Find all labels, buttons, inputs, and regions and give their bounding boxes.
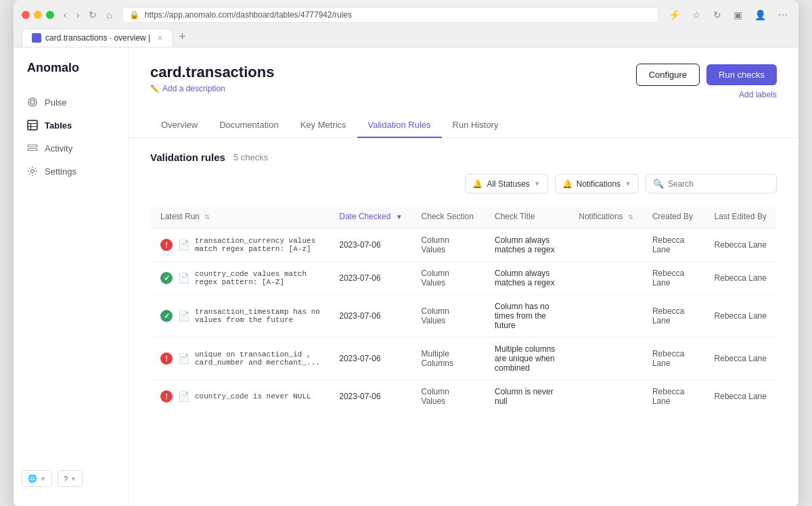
browser-tab[interactable]: card.transactions · overview | ✕	[22, 28, 173, 47]
traffic-light-yellow[interactable]	[34, 11, 42, 19]
notifications-filter-arrow: ▼	[625, 180, 631, 187]
col-notifications[interactable]: Notifications ⇅	[569, 205, 643, 229]
table-row[interactable]: ! 📄 transaction_currency values match re…	[151, 229, 777, 262]
add-description-link[interactable]: ✏️ Add a description	[150, 84, 274, 93]
notifications-1	[569, 262, 643, 295]
sidebar-item-settings[interactable]: Settings	[14, 160, 128, 182]
status-filter-arrow: ▼	[534, 180, 541, 187]
notifications-bell-icon: 🔔	[562, 179, 572, 189]
extensions-button[interactable]: ⚡	[666, 8, 683, 22]
col-date-checked[interactable]: Date Checked ▼	[330, 205, 411, 229]
search-box[interactable]: 🔍	[646, 174, 777, 193]
run-text-0: transaction_currency values match regex …	[195, 237, 320, 253]
tab-documentation[interactable]: Documentation	[208, 113, 289, 138]
address-bar[interactable]: 🔒 https://app.anomalo.com/dashboard/tabl…	[122, 7, 659, 23]
menu-button[interactable]: ⋯	[775, 8, 790, 22]
notifications-filter[interactable]: 🔔 Notifications ▼	[555, 174, 639, 193]
tab-key-metrics[interactable]: Key Metrics	[290, 113, 357, 138]
add-description-label: Add a description	[162, 84, 225, 93]
sidebar-nav: Pulse Tables	[14, 91, 128, 182]
traffic-lights	[22, 11, 54, 19]
bookmark-button[interactable]: ☆	[690, 8, 704, 22]
section-header: Validation rules 5 checks	[150, 152, 777, 163]
sidebar-item-activity[interactable]: Activity	[14, 137, 128, 159]
notifications-3	[569, 338, 643, 380]
last-edited-by-1: Rebecca Lane	[705, 262, 777, 295]
table-row[interactable]: ✓ 📄 transaction_timestamp has no values …	[151, 295, 777, 338]
col-latest-run[interactable]: Latest Run ⇅	[151, 205, 330, 229]
sidebar-item-tables[interactable]: Tables	[14, 114, 128, 136]
page-title: card.transactions	[150, 64, 274, 81]
status-icon-2: ✓	[160, 310, 173, 322]
check-title-2: Column has no times from the future	[485, 295, 569, 338]
traffic-light-green[interactable]	[46, 11, 54, 19]
help-chevron: ▼	[70, 476, 76, 482]
globe-button[interactable]: 🌐 ▼	[22, 470, 52, 487]
last-edited-text-1: Rebecca Lane	[715, 273, 767, 283]
col-last-edited-by: Last Edited By	[705, 205, 777, 229]
notifications-sort-icon: ⇅	[628, 213, 633, 221]
search-input[interactable]	[668, 179, 769, 189]
run-cell-4: ! 📄 country_code is never NULL	[151, 380, 330, 413]
main-content: card.transactions ✏️ Add a description C…	[129, 47, 798, 506]
last-edited-text-3: Rebecca Lane	[715, 354, 767, 363]
tab-run-history[interactable]: Run History	[442, 113, 510, 138]
check-section-text-1: Column Values	[422, 269, 449, 288]
check-title-4: Column is never null	[485, 380, 569, 413]
tab-close-button[interactable]: ✕	[157, 34, 163, 43]
sidebar-item-label-settings: Settings	[45, 166, 76, 177]
status-bell-icon: 🔔	[472, 179, 482, 189]
run-checks-button[interactable]: Run checks	[706, 64, 777, 85]
last-edited-text-4: Rebecca Lane	[715, 392, 767, 401]
forward-button[interactable]: ›	[74, 8, 83, 22]
help-button[interactable]: ? ▼	[58, 470, 83, 487]
table-row[interactable]: ✓ 📄 country_code values match regex patt…	[151, 262, 777, 295]
svg-rect-2	[28, 120, 37, 130]
add-labels-link[interactable]: Add labels	[739, 90, 777, 99]
check-title-text-2: Column has no times from the future	[495, 302, 549, 330]
browser-nav: ‹ › ↻ ⌂	[61, 8, 115, 22]
app-container: Anomalo Pulse	[14, 47, 798, 506]
sidebar-logo: Anomalo	[14, 61, 128, 91]
home-button[interactable]: ⌂	[104, 8, 114, 22]
checks-badge: 5 checks	[233, 152, 268, 162]
created-by-text-3: Rebecca Lane	[652, 349, 684, 368]
status-filter[interactable]: 🔔 All Statuses ▼	[465, 174, 547, 193]
svg-point-0	[28, 98, 37, 106]
sidebar-item-pulse[interactable]: Pulse	[14, 91, 128, 113]
status-icon-4: !	[160, 390, 173, 402]
check-title-text-1: Column always matches a regex	[495, 269, 555, 288]
run-text-1: country_code values match regex pattern:…	[195, 270, 320, 286]
table-row[interactable]: ! 📄 unique on transaction_id , card_numb…	[151, 338, 777, 380]
check-section-0: Column Values	[412, 229, 485, 262]
run-text-3: unique on transaction_id , card_number a…	[195, 350, 320, 367]
sidebar-toggle[interactable]: ▣	[731, 8, 745, 22]
run-text-2: transaction_timestamp has no values from…	[195, 308, 320, 324]
profile-button[interactable]: 👤	[752, 8, 769, 22]
section-title: Validation rules	[150, 152, 225, 163]
tables-icon	[27, 120, 38, 131]
tab-overview[interactable]: Overview	[150, 113, 208, 138]
reload-button[interactable]: ↻	[86, 8, 99, 22]
traffic-light-red[interactable]	[22, 11, 30, 19]
new-tab-button[interactable]: +	[175, 30, 190, 44]
table-row[interactable]: ! 📄 country_code is never NULL 2023-07-0…	[151, 380, 777, 413]
activity-icon	[27, 143, 38, 154]
created-by-2: Rebecca Lane	[643, 295, 705, 338]
sort-both-icon: ⇅	[204, 213, 210, 221]
browser-window: ‹ › ↻ ⌂ 🔒 https://app.anomalo.com/dashbo…	[14, 0, 798, 506]
back-button[interactable]: ‹	[61, 8, 70, 22]
svg-point-8	[31, 170, 35, 173]
run-cell-3: ! 📄 unique on transaction_id , card_numb…	[151, 338, 330, 380]
configure-button[interactable]: Configure	[636, 64, 700, 86]
tab-validation-rules[interactable]: Validation Rules	[357, 113, 442, 138]
doc-icon-0: 📄	[178, 239, 189, 250]
notifications-4	[569, 380, 643, 413]
notifications-filter-label: Notifications	[577, 179, 621, 189]
col-check-section: Check Section	[412, 205, 485, 229]
sync-button[interactable]: ↻	[710, 8, 724, 22]
notifications-2	[569, 295, 643, 338]
created-by-text-4: Rebecca Lane	[652, 387, 684, 406]
tab-title: card.transactions · overview |	[45, 33, 150, 43]
created-by-text-1: Rebecca Lane	[652, 269, 684, 288]
